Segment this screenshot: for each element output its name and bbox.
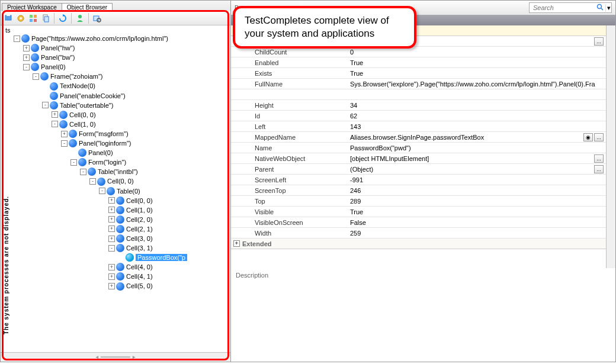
collapse-icon[interactable]: -	[70, 159, 77, 166]
property-value[interactable]: 62	[346, 112, 606, 120]
property-value[interactable]: [object HTMLInputElement]...	[346, 154, 606, 163]
tree-node[interactable]: +Form("msgform")	[4, 129, 229, 138]
property-row[interactable]: Left143	[231, 121, 606, 132]
tree-node[interactable]: -Panel("loginform")	[4, 138, 229, 148]
property-value[interactable]: 259	[346, 230, 606, 237]
expand-icon[interactable]: +	[108, 236, 115, 242]
property-row[interactable]	[231, 89, 606, 100]
value-action-button[interactable]: ...	[594, 154, 604, 163]
expand-icon[interactable]: +	[52, 111, 58, 118]
collapse-icon[interactable]: -	[99, 188, 105, 194]
expand-icon[interactable]: +	[61, 131, 68, 137]
tree-node[interactable]: +Cell(3, 0)	[4, 234, 229, 243]
tree-node[interactable]: +Cell(4, 1)	[4, 272, 229, 281]
search-box[interactable]: ▾	[529, 2, 612, 13]
person-icon[interactable]	[75, 13, 85, 24]
tree-node[interactable]: +Panel("bw")	[4, 53, 229, 62]
expand-icon[interactable]: +	[108, 207, 115, 213]
gear-icon[interactable]	[15, 13, 26, 24]
property-row[interactable]: VisibleTrue	[231, 207, 606, 217]
search-icon[interactable]	[595, 4, 605, 12]
tree-node[interactable]: -Cell(0, 0)	[4, 176, 229, 186]
collapse-icon[interactable]: -	[33, 73, 39, 80]
tree-node[interactable]: +Cell(5, 0)	[4, 281, 229, 291]
value-action-button[interactable]: ◉	[583, 133, 593, 141]
tree-node[interactable]: -Table("outertable")	[4, 101, 229, 110]
property-row[interactable]: Height34	[231, 100, 606, 111]
collapse-icon[interactable]: -	[89, 178, 96, 185]
property-value[interactable]: (Object)...	[346, 165, 606, 173]
tab-project-workspace[interactable]: Project Workspace	[2, 3, 62, 11]
property-value[interactable]: True	[346, 70, 606, 77]
collapse-icon[interactable]: -	[14, 36, 20, 42]
expand-icon[interactable]: +	[23, 45, 30, 51]
refresh-icon[interactable]	[57, 13, 68, 24]
value-action-button[interactable]: ...	[594, 37, 604, 46]
property-row[interactable]: NativeWebObject[object HTMLInputElement]…	[231, 153, 606, 164]
tree-node[interactable]: PasswordBox("p	[4, 253, 229, 262]
tab-object-browser[interactable]: Object Browser	[62, 3, 113, 11]
tree-node[interactable]: -Frame("zohoiam")	[4, 72, 229, 81]
property-value[interactable]: -991	[346, 176, 606, 183]
tree-node[interactable]: +Cell(0, 0)	[4, 110, 229, 120]
print-icon[interactable]	[3, 13, 14, 24]
object-tree[interactable]: ts -Page("https://www.zoho.com/crm/lp/lo…	[1, 25, 230, 352]
section-extended[interactable]: + Extended	[231, 239, 606, 249]
tree-node[interactable]: -Form("login")	[4, 157, 229, 167]
collapse-icon[interactable]: -	[61, 140, 68, 147]
property-value[interactable]: 0	[346, 49, 606, 56]
value-action-button[interactable]: ...	[594, 133, 604, 141]
property-row[interactable]: EnabledTrue	[231, 57, 606, 68]
expand-icon[interactable]: +	[23, 54, 30, 61]
expand-extended-icon[interactable]: +	[233, 240, 240, 247]
property-row[interactable]: Top289	[231, 196, 606, 207]
collapse-icon[interactable]: -	[52, 121, 58, 127]
tree-node[interactable]: -Cell(3, 1)	[4, 243, 229, 253]
property-value[interactable]: Sys.Browser("iexplore").Page("https://ww…	[346, 80, 606, 88]
tree-node[interactable]: TextNode(0)	[4, 81, 229, 91]
copy-icon[interactable]	[40, 13, 51, 24]
tree-node[interactable]: -Page("https://www.zoho.com/crm/lp/login…	[4, 34, 229, 43]
expand-icon[interactable]: +	[108, 273, 115, 280]
property-value[interactable]: 143	[346, 123, 606, 130]
tree-node[interactable]: Panel("enableCookie")	[4, 91, 229, 101]
search-input[interactable]	[530, 3, 595, 12]
property-row[interactable]: Id62	[231, 111, 606, 121]
tree-node[interactable]: +Cell(4, 0)	[4, 262, 229, 272]
tree-node[interactable]: +Cell(0, 0)	[4, 196, 229, 205]
value-action-button[interactable]: ...	[594, 165, 604, 173]
property-row[interactable]: VisibleOnScreenFalse	[231, 217, 606, 228]
collapse-icon[interactable]: -	[80, 169, 86, 175]
search-dropdown-icon[interactable]: ▾	[605, 4, 611, 12]
property-value[interactable]: True	[346, 208, 606, 215]
property-row[interactable]: ScreenLeft-991	[231, 175, 606, 185]
property-row[interactable]: ExistsTrue	[231, 68, 606, 79]
property-value[interactable]: True	[346, 59, 606, 66]
property-value[interactable]: PasswordBox("pwd")	[346, 144, 606, 152]
tree-node[interactable]: +Cell(2, 1)	[4, 224, 229, 234]
collapse-icon[interactable]: -	[108, 245, 115, 252]
property-value[interactable]: 34	[346, 102, 606, 109]
tree-node[interactable]: -Panel(0)	[4, 62, 229, 72]
property-row[interactable]: Parent(Object)...	[231, 164, 606, 175]
expand-icon[interactable]: +	[108, 283, 115, 289]
property-row[interactable]: Width259	[231, 228, 606, 239]
property-row[interactable]: NamePasswordBox("pwd")	[231, 143, 606, 153]
expand-icon[interactable]: +	[108, 264, 115, 270]
find-icon[interactable]	[92, 13, 102, 24]
property-value[interactable]: 289	[346, 198, 606, 205]
expand-icon[interactable]: +	[108, 197, 115, 204]
property-value[interactable]: False	[346, 219, 606, 226]
tree-node[interactable]: Panel(0)	[4, 148, 229, 157]
property-value[interactable]: Aliases.browser.SignInPage.passwordTextB…	[346, 133, 606, 141]
collapse-icon[interactable]: -	[23, 64, 30, 70]
horizontal-scrollbar[interactable]: ◄ ━━━━━━━━━━ ►	[1, 352, 230, 362]
property-value[interactable]: 246	[346, 187, 606, 194]
tree-node[interactable]: -Table(0)	[4, 186, 229, 196]
grid-icon[interactable]	[28, 13, 38, 24]
property-row[interactable]: ScreenTop246	[231, 185, 606, 196]
property-row[interactable]: FullNameSys.Browser("iexplore").Page("ht…	[231, 79, 606, 89]
property-row[interactable]: MappedNameAliases.browser.SignInPage.pas…	[231, 132, 606, 143]
vertical-scrollbar[interactable]	[606, 25, 615, 268]
expand-icon[interactable]: +	[108, 226, 115, 232]
